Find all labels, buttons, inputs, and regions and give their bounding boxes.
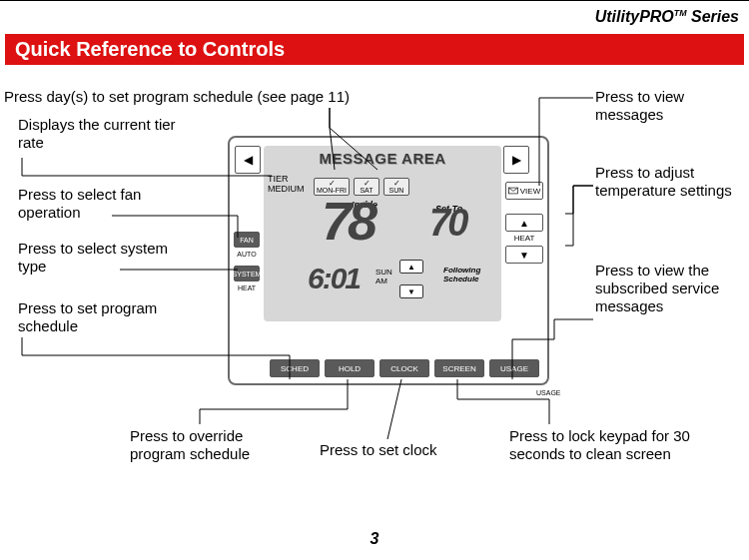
clock-label: CLOCK (390, 364, 418, 373)
view-button[interactable]: VIEW (505, 182, 543, 200)
callout-screen: Press to lock keypad for 30 seconds to c… (509, 427, 729, 463)
page-number: 3 (0, 530, 749, 548)
page: UtilityPROTM Series Quick Reference to C… (0, 0, 749, 560)
tier-title: TIER (268, 174, 305, 184)
day-label: SUN (389, 187, 404, 194)
clock-button[interactable]: CLOCK (379, 359, 429, 377)
thermostat-device: ◀ ▶ VIEW ▲ HEAT ▼ FAN AUTO SYSTEM HEAT M… (228, 136, 549, 385)
chevron-up-icon: ▲ (407, 263, 415, 272)
lcd-screen: MESSAGE AREA TIER MEDIUM ✓MON-FRI ✓SAT ✓… (264, 146, 501, 321)
screen-button[interactable]: SCREEN (434, 359, 484, 377)
callout-tier: Displays the current tier rate (18, 116, 178, 152)
series-suffix: Series (687, 8, 739, 25)
msg-prev-button[interactable]: ◀ (235, 146, 261, 174)
temp-down-button[interactable]: ▼ (505, 246, 543, 264)
day-sun-button[interactable]: ✓SUN (383, 178, 409, 196)
fan-button[interactable]: FAN (234, 232, 260, 248)
system-button[interactable]: SYSTEM (234, 266, 260, 281)
callout-sched: Press to set program schedule (18, 299, 198, 335)
chevron-left-icon: ◀ (244, 153, 253, 167)
set-temp: 70 (429, 204, 465, 242)
heat-small-label: HEAT (234, 284, 260, 291)
sched-button[interactable]: SCHED (270, 359, 320, 377)
day-indicator: SUN (375, 268, 392, 277)
screen-label: SCREEN (442, 364, 475, 373)
callout-clock: Press to set clock (320, 441, 437, 459)
heat-label: HEAT (505, 234, 543, 243)
callout-temp: Press to adjust temperature settings (595, 164, 745, 200)
callout-view: Press to view messages (595, 88, 735, 124)
chevron-right-icon: ▶ (512, 153, 521, 167)
callout-submsg: Press to view the subscribed service mes… (595, 262, 745, 315)
usage-button[interactable]: USAGE (489, 359, 539, 377)
current-temp: 78 (322, 194, 374, 248)
ampm-indicator: AM (375, 277, 392, 285)
divider (0, 0, 749, 1)
clock-display: 6:01 (308, 264, 360, 293)
series-label: UtilityPROTM Series (595, 8, 739, 26)
series-name: UtilityPRO (595, 8, 674, 25)
message-area-label: MESSAGE AREA (264, 150, 501, 167)
day-ampm: SUN AM (375, 268, 392, 285)
hold-button[interactable]: HOLD (325, 359, 374, 377)
tier-value: MEDIUM (268, 184, 305, 194)
fan-label: FAN (240, 237, 254, 244)
usage-arrows: ▲ USAGE ▼ (399, 260, 423, 300)
usage-up-button[interactable]: ▲ (399, 260, 423, 274)
temp-up-button[interactable]: ▲ (505, 214, 543, 232)
chevron-down-icon: ▼ (519, 250, 529, 261)
heading: Quick Reference to Controls (15, 38, 285, 60)
heading-bar: Quick Reference to Controls (5, 34, 744, 65)
chevron-down-icon: ▼ (407, 287, 415, 296)
following-text: Following Schedule (443, 266, 480, 283)
following-schedule: Following Schedule (443, 266, 501, 283)
msg-next-button[interactable]: ▶ (503, 146, 529, 174)
view-label: VIEW (520, 187, 540, 196)
usage-down-button[interactable]: ▼ (399, 284, 423, 298)
callout-hold: Press to override program schedule (130, 427, 290, 463)
usage-btn-label: USAGE (500, 364, 528, 373)
callout-fan: Press to select fan operation (18, 186, 178, 222)
tm: TM (674, 8, 687, 18)
sched-label: SCHED (281, 364, 309, 373)
system-label: SYSTEM (233, 271, 262, 278)
tier-display: TIER MEDIUM (268, 174, 305, 194)
hold-label: HOLD (339, 364, 361, 373)
envelope-icon (508, 187, 518, 195)
callout-days: Press day(s) to set program schedule (se… (4, 88, 350, 106)
usage-label: USAGE (536, 389, 561, 396)
callout-system: Press to select system type (18, 240, 198, 276)
auto-label: AUTO (234, 251, 260, 258)
chevron-up-icon: ▲ (519, 218, 529, 229)
